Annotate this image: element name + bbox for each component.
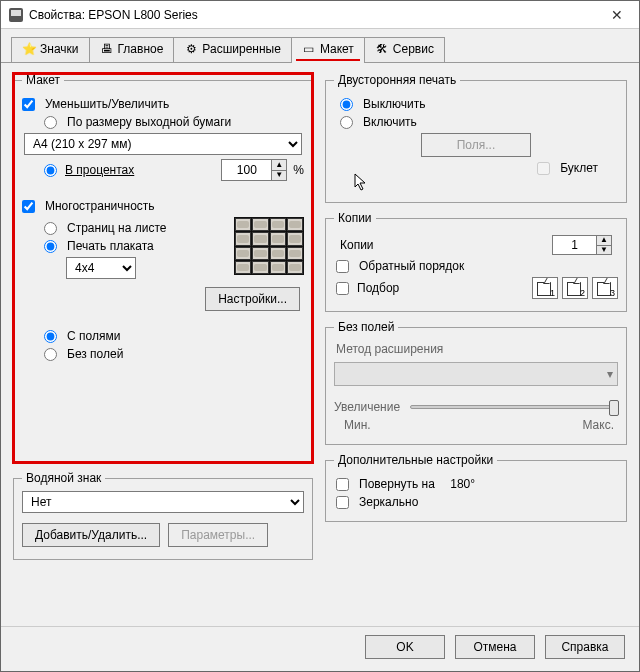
enlarge-label: Увеличение <box>334 400 400 414</box>
cancel-button[interactable]: Отмена <box>455 635 535 659</box>
help-button[interactable]: Справка <box>545 635 625 659</box>
borderless-group: Без полей Метод расширения ▾ Увеличение … <box>325 320 627 445</box>
right-column: Двусторонняя печать Выключить Включить П… <box>325 73 627 618</box>
slider-min-label: Мин. <box>344 418 371 432</box>
tab-strip: ⭐ Значки 🖶 Главное ⚙ Расширенные ▭ Макет… <box>1 29 639 63</box>
by-output-label: По размеру выходной бумаги <box>67 115 231 129</box>
multipage-checkbox[interactable] <box>22 200 35 213</box>
duplex-on-label: Включить <box>363 115 417 129</box>
copies-label: Копии <box>340 238 374 252</box>
reduce-enlarge-checkbox[interactable] <box>22 98 35 111</box>
tab-advanced-label: Расширенные <box>202 42 281 56</box>
gear-icon: ⚙ <box>184 42 198 56</box>
copies-input[interactable] <box>552 235 596 255</box>
poster-settings-button[interactable]: Настройки... <box>205 287 300 311</box>
additional-legend: Дополнительные настройки <box>334 453 497 467</box>
page-stack-icon: 1 <box>532 277 558 299</box>
tab-layout[interactable]: ▭ Макет <box>291 37 365 62</box>
spin-down-icon[interactable]: ▼ <box>272 171 286 181</box>
mirror-checkbox[interactable] <box>336 496 349 509</box>
mirror-label: Зеркально <box>359 495 418 509</box>
watermark-params-button[interactable]: Параметры... <box>168 523 268 547</box>
active-underline <box>296 59 360 61</box>
by-output-radio[interactable] <box>44 116 57 129</box>
rotate-checkbox[interactable] <box>336 478 349 491</box>
tab-main-label: Главное <box>118 42 164 56</box>
printer-icon <box>9 8 23 22</box>
paper-size-row: A4 (210 x 297 мм) <box>22 133 304 155</box>
with-margins-radio[interactable] <box>44 330 57 343</box>
multipage-row: Многостраничность <box>22 199 304 213</box>
booklet-checkbox[interactable] <box>537 162 550 175</box>
tab-service[interactable]: 🛠 Сервис <box>364 37 445 62</box>
duplex-off-radio[interactable] <box>340 98 353 111</box>
layout-icon: ▭ <box>302 42 316 56</box>
percent-spin[interactable]: ▲▼ <box>221 159 287 181</box>
printer-icon: 🖶 <box>100 42 114 56</box>
percent-label: В процентах <box>65 163 134 177</box>
copies-spin[interactable]: ▲▼ <box>552 235 612 255</box>
booklet-label: Буклет <box>560 161 598 175</box>
collate-illustration: 1 2 3 <box>532 277 618 299</box>
no-margins-radio[interactable] <box>44 348 57 361</box>
watermark-select[interactable]: Нет <box>22 491 304 513</box>
duplex-off-label: Выключить <box>363 97 425 111</box>
multipage-label: Многостраничность <box>45 199 155 213</box>
by-output-row: По размеру выходной бумаги <box>22 115 304 129</box>
enlarge-slider <box>410 405 618 409</box>
tab-service-label: Сервис <box>393 42 434 56</box>
expansion-method-select: ▾ <box>334 362 618 386</box>
spin-down-icon[interactable]: ▼ <box>597 246 611 255</box>
reverse-order-label: Обратный порядок <box>359 259 464 273</box>
expansion-method-label: Метод расширения <box>334 340 618 362</box>
dialog-footer: OK Отмена Справка <box>1 626 639 671</box>
watermark-add-remove-button[interactable]: Добавить/Удалить... <box>22 523 160 547</box>
ok-button[interactable]: OK <box>365 635 445 659</box>
percent-input[interactable] <box>221 159 271 181</box>
slider-thumb <box>609 400 619 416</box>
duplex-on-radio[interactable] <box>340 116 353 129</box>
copies-legend: Копии <box>334 211 376 225</box>
tab-layout-label: Макет <box>320 42 354 56</box>
copies-group: Копии Копии ▲▼ Обратный порядок Подбор <box>325 211 627 312</box>
watermark-legend: Водяной знак <box>22 471 105 485</box>
additional-group: Дополнительные настройки Повернуть на 18… <box>325 453 627 522</box>
watermark-group: Водяной знак Нет Добавить/Удалить... Пар… <box>13 471 313 560</box>
collate-checkbox[interactable] <box>336 282 349 295</box>
poster-preview-icon <box>234 217 304 275</box>
titlebar: Свойства: EPSON L800 Series ✕ <box>1 1 639 29</box>
percent-spin-buttons[interactable]: ▲▼ <box>271 159 287 181</box>
poster-size-select[interactable]: 4x4 <box>66 257 136 279</box>
tab-pane: Макет Уменьшить/Увеличить По размеру вых… <box>1 63 639 626</box>
percent-row: В процентах ▲▼ % <box>22 159 304 181</box>
pages-per-sheet-label: Страниц на листе <box>67 221 166 235</box>
with-margins-label: С полями <box>67 329 120 343</box>
duplex-legend: Двусторонняя печать <box>334 73 460 87</box>
wrench-icon: 🛠 <box>375 42 389 56</box>
percent-radio[interactable] <box>44 164 57 177</box>
paper-size-select[interactable]: A4 (210 x 297 мм) <box>24 133 302 155</box>
tab-icons[interactable]: ⭐ Значки <box>11 37 90 62</box>
duplex-margins-button[interactable]: Поля... <box>421 133 531 157</box>
poster-label: Печать плаката <box>67 239 154 253</box>
percent-unit: % <box>293 163 304 177</box>
layout-legend: Макет <box>22 73 64 87</box>
tab-main[interactable]: 🖶 Главное <box>89 37 175 62</box>
tab-advanced[interactable]: ⚙ Расширенные <box>173 37 292 62</box>
slider-max-label: Макс. <box>582 418 614 432</box>
reduce-enlarge-label: Уменьшить/Увеличить <box>45 97 169 111</box>
page-stack-icon: 3 <box>592 277 618 299</box>
copies-spin-buttons[interactable]: ▲▼ <box>596 235 612 255</box>
duplex-group: Двусторонняя печать Выключить Включить П… <box>325 73 627 203</box>
rotate-degrees: 180° <box>450 477 475 491</box>
cursor-icon <box>354 173 370 193</box>
no-margins-label: Без полей <box>67 347 123 361</box>
close-button[interactable]: ✕ <box>595 1 639 29</box>
poster-radio[interactable] <box>44 240 57 253</box>
rotate-label: Повернуть на <box>359 477 435 491</box>
collate-label: Подбор <box>357 281 399 295</box>
spin-up-icon[interactable]: ▲ <box>272 160 286 171</box>
reverse-order-checkbox[interactable] <box>336 260 349 273</box>
layout-group: Макет Уменьшить/Увеличить По размеру вых… <box>13 73 313 463</box>
pages-per-sheet-radio[interactable] <box>44 222 57 235</box>
